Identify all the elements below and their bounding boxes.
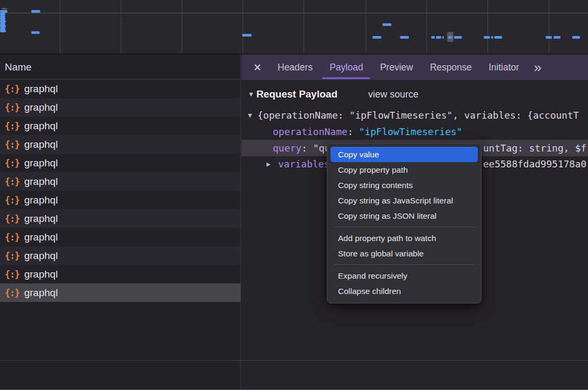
object-preview: {operationName: "ipFlowTimeseries", vari… bbox=[257, 107, 579, 123]
context-menu-item[interactable]: Copy string as JavaScript literal bbox=[327, 193, 481, 208]
context-menu-item[interactable]: Copy string as JSON literal bbox=[327, 208, 481, 224]
collapse-triangle-icon[interactable]: ▼ bbox=[248, 91, 254, 98]
overview-gridline bbox=[60, 0, 60, 54]
overview-gridline bbox=[182, 0, 182, 54]
overview-gridline bbox=[121, 0, 121, 54]
column-header-name[interactable]: Name bbox=[0, 55, 240, 79]
request-timing-bar bbox=[454, 36, 462, 39]
property-value-end: untTag: string, $f bbox=[483, 140, 586, 156]
request-timing-bar bbox=[242, 34, 252, 37]
json-braces-icon: {:} bbox=[5, 288, 20, 298]
context-menu-item[interactable]: Copy string contents bbox=[327, 177, 481, 193]
request-timing-bar bbox=[372, 36, 381, 39]
json-braces-icon: {:} bbox=[5, 195, 20, 206]
close-icon[interactable]: ✕ bbox=[253, 61, 263, 74]
json-braces-icon: {:} bbox=[5, 269, 20, 280]
json-braces-icon: {:} bbox=[5, 158, 20, 168]
request-name: graphql bbox=[24, 213, 58, 225]
request-row[interactable]: {:} graphql bbox=[0, 265, 240, 283]
request-timing-bar bbox=[400, 36, 409, 39]
request-name: graphql bbox=[24, 194, 58, 206]
request-timing-bar bbox=[448, 36, 452, 39]
request-timing-bar bbox=[31, 10, 40, 13]
column-header-label: Name bbox=[5, 61, 32, 73]
property-key: query bbox=[273, 142, 301, 154]
request-name: graphql bbox=[24, 269, 58, 280]
request-row[interactable]: {:} graphql bbox=[0, 172, 240, 191]
request-timing-bar bbox=[31, 31, 40, 34]
request-row[interactable]: {:} graphql bbox=[0, 246, 240, 265]
request-name: graphql bbox=[24, 231, 58, 243]
request-timing-bar bbox=[382, 23, 391, 26]
json-braces-icon: {:} bbox=[5, 232, 20, 243]
request-row[interactable]: {:} graphql bbox=[0, 117, 240, 135]
view-source-link[interactable]: view source bbox=[368, 89, 418, 100]
details-tab[interactable]: Preview bbox=[380, 55, 413, 80]
request-timing-bar bbox=[546, 36, 552, 39]
more-tabs-icon[interactable]: » bbox=[534, 55, 541, 80]
request-row[interactable]: {:} graphql bbox=[0, 191, 240, 209]
tree-row-root[interactable]: ▼ {operationName: "ipFlowTimeseries", va… bbox=[242, 107, 588, 123]
overview-gridline bbox=[366, 0, 366, 54]
request-name: graphql bbox=[24, 287, 58, 299]
json-braces-icon: {:} bbox=[5, 213, 20, 224]
network-overview-timeline[interactable] bbox=[0, 0, 588, 55]
details-tab[interactable]: Response bbox=[430, 55, 472, 80]
context-menu: Copy value Copy property path Copy strin… bbox=[327, 143, 482, 304]
request-row[interactable]: {:} graphql bbox=[0, 228, 240, 246]
request-name: graphql bbox=[24, 83, 58, 95]
json-braces-icon: {:} bbox=[5, 84, 20, 94]
expand-arrow-icon[interactable]: ▶ bbox=[266, 156, 271, 172]
json-braces-icon: {:} bbox=[5, 121, 20, 131]
json-braces-icon: {:} bbox=[5, 176, 20, 187]
request-row[interactable]: {:} graphql bbox=[0, 209, 240, 228]
context-menu-separator bbox=[334, 264, 475, 265]
json-braces-icon: {:} bbox=[5, 102, 20, 113]
overview-gridline bbox=[243, 0, 243, 54]
context-menu-item[interactable]: Collapse children bbox=[327, 283, 481, 299]
overview-gridline bbox=[487, 0, 488, 54]
request-timing-bar bbox=[431, 36, 435, 39]
summary-bar-divider bbox=[0, 360, 588, 361]
context-menu-item[interactable]: Copy value bbox=[331, 147, 478, 162]
window-bottom-edge bbox=[0, 390, 588, 392]
context-menu-item[interactable]: Add property path to watch bbox=[327, 230, 481, 246]
request-name: graphql bbox=[24, 120, 58, 132]
property-preview: ee5588fdad995178a0 bbox=[483, 156, 586, 172]
request-row[interactable]: {:} graphql bbox=[0, 98, 240, 117]
context-menu-item[interactable]: Copy property path bbox=[327, 162, 481, 177]
json-braces-icon: {:} bbox=[5, 139, 20, 150]
details-tab-bar: ✕ Headers Payload Preview Response Initi… bbox=[242, 55, 588, 80]
request-name: graphql bbox=[24, 102, 58, 113]
request-row[interactable]: {:} graphql bbox=[0, 79, 240, 98]
context-menu-item[interactable]: Expand recursively bbox=[327, 268, 481, 283]
devtools-network-panel: Name {:} graphql {:} graphql {:} graphql bbox=[0, 0, 588, 392]
details-tab[interactable]: Headers bbox=[278, 55, 313, 80]
tree-row-operation-name[interactable]: operationName: "ipFlowTimeseries" bbox=[242, 123, 588, 140]
request-timing-bar bbox=[0, 30, 6, 32]
details-tab[interactable]: Payload bbox=[329, 55, 363, 80]
request-list-pane: Name {:} graphql {:} graphql {:} graphql bbox=[0, 55, 241, 390]
request-timing-bar bbox=[572, 36, 580, 39]
property-key: variables bbox=[278, 156, 330, 172]
request-row[interactable]: {:} graphql bbox=[0, 283, 240, 302]
overview-gridline bbox=[549, 0, 549, 54]
request-name: graphql bbox=[24, 176, 58, 188]
request-row[interactable]: {:} graphql bbox=[0, 154, 240, 172]
property-key: operationName bbox=[273, 126, 348, 137]
details-tab[interactable]: Initiator bbox=[488, 55, 519, 80]
request-timing-bar bbox=[436, 36, 441, 39]
request-timing-bar bbox=[2, 8, 7, 10]
request-timing-bar bbox=[484, 36, 490, 39]
expand-arrow-icon[interactable]: ▼ bbox=[248, 107, 252, 123]
request-name: graphql bbox=[24, 157, 58, 169]
request-row[interactable]: {:} graphql bbox=[0, 135, 240, 154]
json-braces-icon: {:} bbox=[5, 251, 20, 261]
context-menu-item[interactable]: Store as global variable bbox=[327, 246, 481, 261]
section-title: Request Payload bbox=[256, 88, 337, 100]
property-value: "ipFlowTimeseries" bbox=[359, 126, 462, 137]
request-timing-bar bbox=[554, 36, 560, 39]
overview-lane-divider bbox=[0, 13, 588, 13]
request-timing-bar bbox=[491, 36, 493, 39]
request-name: graphql bbox=[24, 250, 58, 262]
